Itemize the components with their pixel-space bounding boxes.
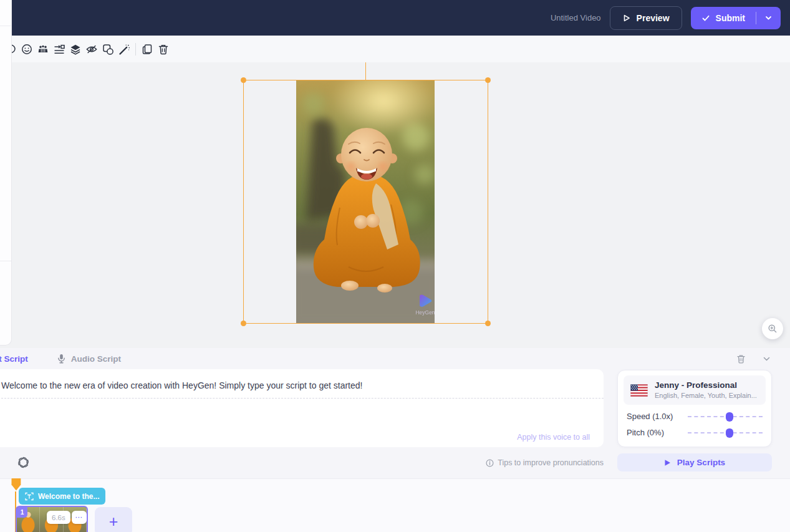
speed-slider-thumb[interactable] — [726, 412, 733, 422]
emoji-icon[interactable] — [21, 43, 33, 56]
script-input-underline — [1, 398, 604, 399]
shapes-icon[interactable] — [102, 43, 114, 56]
heygen-video-editor: { "header": { "title": "Untitled Video",… — [0, 0, 790, 532]
left-sidebar-sliver — [0, 0, 12, 346]
adjust-icon[interactable] — [53, 43, 65, 56]
voice-meta: Jenny - Professional English, Female, Yo… — [655, 380, 757, 400]
submit-label: Submit — [716, 13, 745, 23]
selection-handle-bottom-left[interactable] — [241, 321, 246, 326]
submit-button[interactable]: Submit — [691, 7, 781, 29]
element-toolbar — [11, 36, 790, 62]
selection-handle-bottom-right[interactable] — [485, 321, 491, 326]
toolbar-divider — [135, 43, 136, 56]
delete-icon[interactable] — [157, 43, 170, 56]
submit-main[interactable]: Submit — [691, 7, 756, 29]
script-text-input[interactable]: Welcome to the new era of video creation… — [1, 379, 591, 392]
play-outline-icon — [622, 14, 631, 22]
pronunciation-tips-link[interactable]: Tips to improve pronunciations — [486, 458, 604, 467]
info-icon — [486, 459, 494, 467]
layers-icon[interactable] — [69, 43, 82, 56]
voice-selector[interactable]: Jenny - Professional English, Female, Yo… — [624, 375, 766, 405]
speed-slider-row: Speed (1.0x) — [618, 412, 771, 421]
voice-attributes: English, Female, Youth, Explain... — [655, 391, 757, 400]
submit-dropdown-button[interactable] — [756, 7, 781, 29]
scene-number-badge: 1 — [17, 507, 27, 518]
script-tabs-row: Text Script Audio Script — [0, 348, 790, 369]
sidebar-divider — [0, 261, 11, 261]
selection-handle-top-left[interactable] — [241, 77, 246, 83]
script-panel: Text Script Audio Script Welcome to the … — [0, 348, 790, 478]
selection-rotation-line — [365, 60, 366, 80]
speed-slider[interactable] — [688, 416, 763, 417]
gpt-script-writer-button[interactable] — [17, 456, 30, 469]
sidebar-divider — [0, 26, 11, 26]
collapse-panel-chevron-icon[interactable] — [762, 354, 771, 364]
tab-text-script[interactable]: Text Script — [0, 354, 28, 364]
voice-name: Jenny - Professional — [655, 380, 757, 391]
tips-label: Tips to improve pronunciations — [498, 458, 604, 467]
preview-label: Preview — [637, 13, 670, 23]
add-scene-button[interactable]: + — [95, 507, 132, 532]
text-frame-icon — [25, 492, 34, 501]
pitch-slider-row: Pitch (0%) — [618, 428, 771, 437]
magic-wand-icon[interactable] — [118, 43, 130, 56]
tab-audio-label: Audio Script — [71, 354, 121, 364]
play-icon — [664, 459, 671, 467]
video-title[interactable]: Untitled Video — [551, 13, 601, 22]
zoom-in-icon — [768, 324, 778, 334]
selection-bounding-box[interactable] — [243, 80, 488, 324]
timeline: Welcome to the... 1 6.6s ··· + — [0, 478, 790, 532]
pitch-slider-thumb[interactable] — [726, 428, 733, 438]
clip-more-button[interactable]: ··· — [72, 511, 87, 524]
hide-icon[interactable] — [85, 43, 98, 56]
scene-chip-label: Welcome to the... — [38, 492, 99, 501]
script-header-actions — [736, 348, 771, 369]
selection-handle-top-right[interactable] — [485, 77, 491, 83]
delete-scene-script-icon[interactable] — [736, 354, 746, 364]
canvas-zoom-button[interactable] — [762, 318, 783, 339]
play-scripts-button[interactable]: Play Scripts — [617, 453, 772, 472]
scene-script-chip[interactable]: Welcome to the... — [19, 488, 105, 505]
preview-button[interactable]: Preview — [610, 6, 682, 30]
avatar-group-icon[interactable] — [37, 43, 49, 56]
speed-label: Speed (1.0x) — [627, 412, 680, 421]
voice-settings-card: Jenny - Professional English, Female, Yo… — [617, 370, 772, 447]
microphone-icon — [57, 354, 65, 364]
us-flag-icon — [630, 384, 648, 397]
duplicate-icon[interactable] — [141, 43, 153, 56]
clip-duration-badge[interactable]: 6.6s — [47, 511, 70, 524]
tab-audio-script[interactable]: Audio Script — [57, 354, 121, 364]
timeline-clip[interactable]: 1 6.6s ··· — [16, 506, 88, 532]
check-icon — [701, 14, 710, 22]
script-editor-card: Welcome to the new era of video creation… — [0, 369, 604, 447]
pitch-slider[interactable] — [688, 432, 763, 433]
play-scripts-label: Play Scripts — [677, 458, 725, 467]
pitch-label: Pitch (0%) — [627, 428, 680, 437]
video-canvas[interactable]: HeyGen — [11, 62, 790, 348]
top-header-bar: Untitled Video Preview Submit — [11, 0, 790, 36]
apply-voice-to-all-link[interactable]: Apply this voice to all — [517, 433, 590, 442]
